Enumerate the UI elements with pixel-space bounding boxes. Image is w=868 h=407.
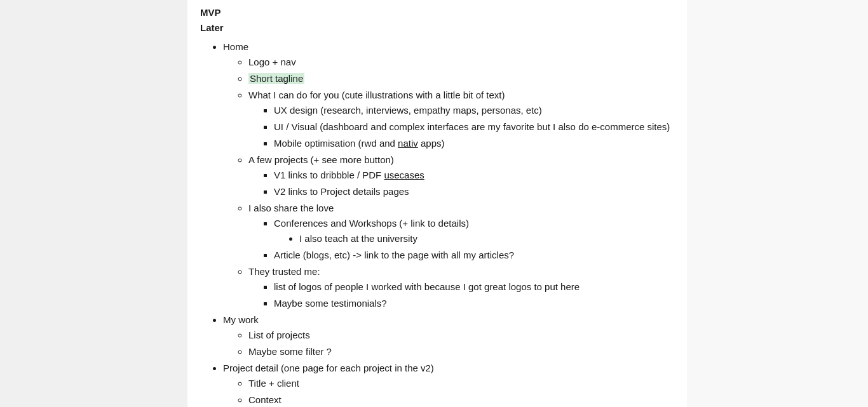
list-item-university: I also teach at the university	[299, 231, 674, 246]
list-item-few-projects: A few projects (+ see more button) V1 li…	[248, 152, 674, 199]
mvp-label: MVP	[200, 5, 674, 20]
nativ-underline: nativ	[398, 138, 418, 149]
trusted-me-text: They trusted me:	[248, 266, 320, 277]
right-sidebar	[687, 0, 868, 407]
list-logos-text: list of logos of people I worked with be…	[274, 281, 580, 292]
list-item-conferences: Conferences and Workshops (+ link to det…	[274, 216, 674, 246]
list-item-my-work: My work List of projects Maybe some filt…	[223, 312, 674, 359]
list-item-share-love: I also share the love Conferences and Wo…	[248, 201, 674, 263]
context-text: Context	[248, 394, 281, 405]
list-item-short-tagline: Short tagline	[248, 71, 674, 86]
ux-design-text: UX design (research, interviews, empathy…	[274, 105, 542, 116]
testimonials-text: Maybe some testimonials?	[274, 298, 387, 309]
list-item-mobile: Mobile optimisation (rwd and nativ apps)	[274, 136, 674, 151]
usecases-underline: usecases	[384, 170, 424, 180]
university-text: I also teach at the university	[299, 233, 417, 244]
my-work-text: My work	[223, 314, 259, 325]
list-item-article: Article (blogs, etc) -> link to the page…	[274, 248, 674, 263]
v2-links-text: V2 links to Project details pages	[274, 186, 409, 197]
list-item-what-i-can-do: What I can do for you (cute illustration…	[248, 88, 674, 151]
few-projects-text: A few projects (+ see more button)	[248, 154, 394, 165]
list-item-title-client: Title + client	[248, 376, 674, 391]
list-item-ux-design: UX design (research, interviews, empathy…	[274, 103, 674, 118]
ui-visual-text: UI / Visual (dashboard and complex inter…	[274, 121, 670, 132]
mobile-text: Mobile optimisation (rwd and nativ apps)	[274, 138, 444, 149]
list-item-filter: Maybe some filter ?	[248, 344, 674, 359]
article-text: Article (blogs, etc) -> link to the page…	[274, 250, 514, 260]
logo-nav-text: Logo + nav	[248, 57, 296, 67]
list-projects-text: List of projects	[248, 330, 310, 340]
list-item-testimonials: Maybe some testimonials?	[274, 296, 674, 311]
list-item-list-logos: list of logos of people I worked with be…	[274, 279, 674, 295]
project-detail-text: Project detail (one page for each projec…	[223, 363, 434, 373]
list-item-v2-links: V2 links to Project details pages	[274, 184, 674, 199]
main-content: MVP Later Home Logo + nav Short tagline …	[187, 0, 687, 407]
title-client-text: Title + client	[248, 378, 299, 389]
share-love-text: I also share the love	[248, 203, 334, 213]
list-item-logo-nav: Logo + nav	[248, 55, 674, 70]
short-tagline-text: Short tagline	[248, 73, 304, 84]
filter-text: Maybe some filter ?	[248, 346, 332, 357]
later-label: Later	[200, 20, 674, 36]
list-item-trusted-me: They trusted me: list of logos of people…	[248, 264, 674, 311]
home-text: Home	[223, 41, 248, 52]
list-item-home: Home Logo + nav Short tagline What I can…	[223, 39, 674, 311]
v1-links-text: V1 links to dribbble / PDF usecases	[274, 170, 424, 180]
list-item-ui-visual: UI / Visual (dashboard and complex inter…	[274, 119, 674, 135]
conferences-text: Conferences and Workshops (+ link to det…	[274, 218, 469, 229]
list-item-project-detail: Project detail (one page for each projec…	[223, 361, 674, 407]
list-item-list-projects: List of projects	[248, 328, 674, 343]
list-item-v1-links: V1 links to dribbble / PDF usecases	[274, 168, 674, 183]
what-i-can-do-text: What I can do for you (cute illustration…	[248, 90, 505, 100]
list-item-context: Context	[248, 392, 674, 407]
left-sidebar	[0, 0, 187, 407]
